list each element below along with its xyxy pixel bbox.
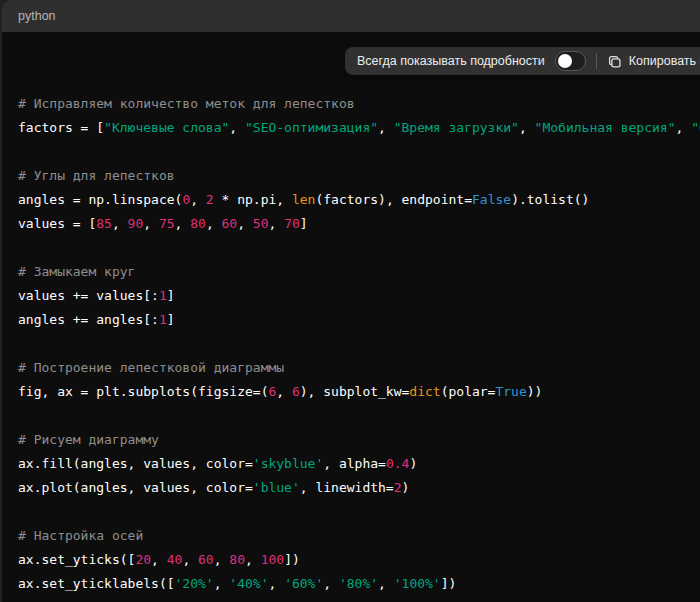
- code-line: # Замыкаем круг: [18, 260, 700, 284]
- code-token: 20: [135, 552, 151, 567]
- code-token: 1: [159, 312, 167, 327]
- code-line: values += values[:1]: [18, 284, 700, 308]
- code-token: "Мобильная версия": [535, 120, 676, 135]
- code-token: ,: [214, 576, 230, 591]
- code-token: ]: [167, 288, 175, 303]
- code-line: # Настройка осей: [18, 524, 700, 548]
- code-token: 60: [198, 552, 214, 567]
- code-token: values += values[:: [18, 288, 159, 303]
- code-line: ax.set_xticks(angles[:-1]): [18, 596, 700, 602]
- code-token: "От: [691, 120, 700, 135]
- code-token: '80%': [339, 576, 378, 591]
- code-token: 60: [222, 216, 238, 231]
- code-token: ,: [519, 120, 535, 135]
- code-line: factors = ["Ключевые слова", "SEO-оптими…: [18, 116, 700, 140]
- code-line: # Рисуем диаграмму: [18, 428, 700, 452]
- code-token: ,: [214, 552, 230, 567]
- code-line: angles = np.linspace(0, 2 * np.pi, len(f…: [18, 188, 700, 212]
- code-token: '20%': [175, 576, 214, 591]
- code-token: ]): [284, 552, 300, 567]
- code-token: ax.fill(angles, values, color=: [18, 456, 253, 471]
- always-show-details-label: Всегда показывать подробности: [357, 54, 545, 68]
- code-token: dict: [409, 384, 440, 399]
- code-line: [18, 236, 700, 260]
- code-token: ,: [112, 216, 128, 231]
- language-label: python: [18, 9, 56, 23]
- code-token: ax.plot(angles, values, color=: [18, 480, 253, 495]
- code-token: ,: [378, 120, 394, 135]
- code-token: 0.4: [386, 456, 409, 471]
- code-token: ,: [378, 576, 394, 591]
- code-token: 2: [206, 192, 214, 207]
- code-token: ,: [268, 576, 284, 591]
- code-token: ax.set_yticks([: [18, 552, 135, 567]
- code-line: ax.plot(angles, values, color='blue', li…: [18, 476, 700, 500]
- code-token: 85: [96, 216, 112, 231]
- code-lines: # Исправляем количество меток для лепест…: [18, 92, 700, 602]
- code-token: * np.pi,: [214, 192, 292, 207]
- code-token: '60%': [284, 576, 323, 591]
- code-token: False: [472, 192, 511, 207]
- code-token: (polar=: [441, 384, 496, 399]
- code-token: ,: [151, 552, 167, 567]
- code-token: ]: [167, 312, 175, 327]
- code-line: [18, 140, 700, 164]
- code-token: factors = [: [18, 120, 104, 135]
- code-line: fig, ax = plt.subplots(figsize=(6, 6), s…: [18, 380, 700, 404]
- code-token: ): [409, 456, 417, 471]
- copy-code-button[interactable]: Копировать код: [607, 54, 700, 69]
- code-header: python: [2, 0, 700, 32]
- code-token: , linewidth=: [300, 480, 394, 495]
- code-token: "SEO-оптимизация": [245, 120, 378, 135]
- code-token: fig, ax = plt.subplots(figsize=(: [18, 384, 268, 399]
- toolbar-divider: [596, 53, 597, 69]
- code-line: [18, 500, 700, 524]
- code-token: ,: [269, 216, 285, 231]
- code-line: values = [85, 90, 75, 80, 60, 50, 70]: [18, 212, 700, 236]
- code-token: # Замыкаем круг: [18, 264, 135, 279]
- code-token: ,: [276, 384, 292, 399]
- code-token: 'skyblue': [253, 456, 323, 471]
- code-token: 2: [394, 480, 402, 495]
- code-token: '40%': [229, 576, 268, 591]
- code-token: # Построение лепестковой диаграммы: [18, 360, 284, 375]
- code-token: "Время загрузки": [394, 120, 519, 135]
- code-token: ,: [323, 576, 339, 591]
- code-token: ]: [300, 216, 308, 231]
- code-token: # Настройка осей: [18, 528, 143, 543]
- code-line: [18, 332, 700, 356]
- code-line: # Углы для лепестков: [18, 164, 700, 188]
- code-area: # Исправляем количество меток для лепест…: [2, 32, 700, 602]
- code-line: # Построение лепестковой диаграммы: [18, 356, 700, 380]
- code-token: "Ключевые слова": [104, 120, 229, 135]
- code-token: 80: [190, 216, 206, 231]
- code-token: angles += angles[:: [18, 312, 159, 327]
- code-token: ,: [245, 552, 261, 567]
- code-token: 70: [284, 216, 300, 231]
- code-token: ,: [182, 552, 198, 567]
- code-line: # Исправляем количество меток для лепест…: [18, 92, 700, 116]
- code-token: 1: [159, 288, 167, 303]
- code-token: ,: [675, 120, 691, 135]
- code-token: (factors), endpoint=: [315, 192, 472, 207]
- code-token: ,: [190, 192, 206, 207]
- code-line: [18, 404, 700, 428]
- code-token: ,: [206, 216, 222, 231]
- code-token: angles = np.linspace(: [18, 192, 182, 207]
- code-block: python # Исправляем количество меток для…: [2, 0, 700, 602]
- always-show-details-toggle[interactable]: [555, 51, 586, 71]
- code-token: ), subplot_kw=: [300, 384, 410, 399]
- code-token: # Исправляем количество меток для лепест…: [18, 96, 355, 111]
- code-token: , alpha=: [323, 456, 386, 471]
- code-token: len: [292, 192, 315, 207]
- code-token: True: [495, 384, 526, 399]
- code-line: angles += angles[:1]: [18, 308, 700, 332]
- copy-code-label: Копировать код: [629, 54, 700, 68]
- copy-icon: [607, 54, 622, 69]
- code-line: ax.set_yticks([20, 40, 60, 80, 100]): [18, 548, 700, 572]
- code-token: # Углы для лепестков: [18, 168, 175, 183]
- code-token: 6: [292, 384, 300, 399]
- code-token: ): [402, 480, 410, 495]
- code-token: 75: [159, 216, 175, 231]
- code-line: ax.set_yticklabels(['20%', '40%', '60%',…: [18, 572, 700, 596]
